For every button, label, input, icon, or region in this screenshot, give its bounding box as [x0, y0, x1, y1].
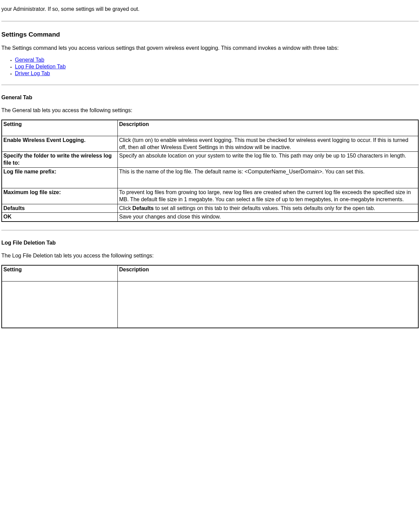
setting-label: Specify the folder to write the wireless… — [3, 153, 112, 166]
desc-part-a: Click — [119, 205, 132, 211]
table-header-row: Setting Description — [2, 120, 418, 136]
list-item: Driver Log Tab — [15, 70, 419, 77]
list-item: General Tab — [15, 57, 419, 63]
table-row: Maximum log file size: To prevent log fi… — [2, 188, 418, 204]
divider — [1, 230, 419, 230]
setting-description: This is the name of the log file. The de… — [118, 167, 419, 188]
setting-label: Enable Wireless Event Logging. — [3, 137, 86, 143]
list-item: Log File Deletion Tab — [15, 64, 419, 70]
tab-link-list: General Tab Log File Deletion Tab Driver… — [1, 57, 419, 77]
setting-description: Click (turn on) to enable wireless event… — [118, 136, 419, 152]
setting-name: Enable Wireless Event Logging. — [2, 136, 118, 152]
setting-name: Log file name prefix: — [2, 167, 118, 188]
setting-label: Maximum log file size: — [3, 189, 61, 195]
link-general-tab[interactable]: General Tab — [15, 57, 44, 63]
table-row: Enable Wireless Event Logging. Click (tu… — [2, 136, 418, 152]
table-row: Specify the folder to write the wireless… — [2, 152, 418, 168]
setting-label: Log file name prefix: — [3, 169, 56, 174]
log-file-deletion-table: Setting Description — [1, 265, 419, 328]
intro-fragment: your Administrator. If so, some settings… — [1, 5, 419, 13]
desc-part-b: Defaults — [132, 205, 154, 211]
settings-command-para: The Settings command lets you access var… — [1, 44, 419, 52]
desc-part-c: to set all settings on this tab to their… — [154, 205, 375, 211]
setting-description: Save your changes and close this window. — [118, 213, 419, 222]
th-setting: Setting — [2, 120, 118, 136]
setting-description: Specify an absolute location on your sys… — [118, 152, 419, 168]
general-tab-table: Setting Description Enable Wireless Even… — [1, 120, 419, 222]
setting-description — [118, 281, 419, 328]
settings-command-heading: Settings Command — [1, 31, 419, 38]
divider — [1, 85, 419, 85]
th-description: Description — [118, 265, 419, 282]
link-log-file-deletion-tab[interactable]: Log File Deletion Tab — [15, 64, 66, 69]
table-row — [2, 281, 418, 328]
table-row: Defaults Click Defaults to set all setti… — [2, 204, 418, 213]
table-header-row: Setting Description — [2, 265, 418, 282]
log-file-deletion-tab-para: The Log File Deletion tab lets you acces… — [1, 252, 419, 259]
link-driver-log-tab[interactable]: Driver Log Tab — [15, 70, 50, 76]
setting-name — [2, 281, 118, 328]
setting-name: Maximum log file size: — [2, 188, 118, 204]
th-setting: Setting — [2, 265, 118, 282]
general-tab-heading: General Tab — [1, 95, 419, 101]
log-file-deletion-tab-heading: Log File Deletion Tab — [1, 240, 419, 246]
setting-name: OK — [2, 213, 118, 222]
setting-label: Defaults — [3, 205, 25, 211]
setting-name: Defaults — [2, 204, 118, 213]
table-row: Log file name prefix: This is the name o… — [2, 167, 418, 188]
setting-description: To prevent log files from growing too la… — [118, 188, 419, 204]
general-tab-para: The General tab lets you access the foll… — [1, 107, 419, 114]
setting-label: OK — [3, 214, 12, 220]
th-description: Description — [118, 120, 419, 136]
table-row: OK Save your changes and close this wind… — [2, 213, 418, 222]
setting-description: Click Defaults to set all settings on th… — [118, 204, 419, 213]
divider — [1, 21, 419, 21]
setting-name: Specify the folder to write the wireless… — [2, 152, 118, 168]
